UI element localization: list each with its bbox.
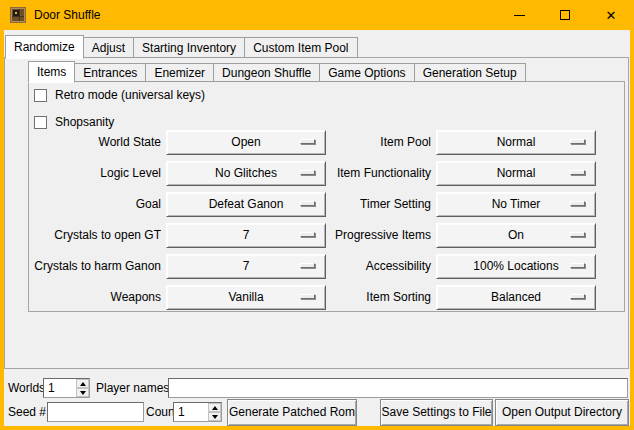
window-title: Door Shuffle	[34, 8, 101, 22]
goal-label: Goal	[29, 192, 161, 217]
spin-up-button[interactable]	[76, 379, 89, 388]
item-pool-label: Item Pool	[299, 130, 431, 155]
open-output-directory-button[interactable]: Open Output Directory	[495, 399, 629, 426]
logic-level-label: Logic Level	[29, 161, 161, 186]
weapons-label: Weapons	[29, 285, 161, 310]
arrow-up-icon	[80, 382, 86, 386]
retro-mode-label: Retro mode (universal keys)	[55, 88, 205, 102]
item-functionality-dropdown[interactable]: Normal	[436, 161, 596, 186]
minimize-button[interactable]	[496, 0, 542, 30]
tab-game-options[interactable]: Game Options	[319, 63, 414, 82]
spin-up-button[interactable]	[208, 403, 221, 412]
spin-down-button[interactable]	[208, 412, 221, 421]
arrow-down-icon	[212, 415, 218, 419]
retro-mode-option: Retro mode (universal keys)	[34, 88, 205, 102]
dropdown-indicator-icon	[570, 232, 585, 237]
crystals-gt-label: Crystals to open GT	[29, 223, 161, 248]
tab-generation-setup[interactable]: Generation Setup	[414, 63, 526, 82]
timer-setting-label: Timer Setting	[299, 192, 431, 217]
worlds-spinbox[interactable]: 1	[43, 378, 90, 398]
tab-enemizer[interactable]: Enemizer	[145, 63, 214, 82]
timer-setting-dropdown[interactable]: No Timer	[436, 192, 596, 217]
progressive-items-label: Progressive Items	[299, 223, 431, 248]
retro-mode-checkbox[interactable]	[34, 89, 47, 102]
dropdown-indicator-icon	[570, 139, 585, 144]
main-tab-bar: Randomize Adjust Starting Inventory Cust…	[5, 33, 357, 58]
tab-randomize[interactable]: Randomize	[5, 35, 84, 59]
count-spinner	[208, 403, 221, 421]
tab-dungeon-shuffle[interactable]: Dungeon Shuffle	[213, 63, 320, 82]
dropdown-indicator-icon	[570, 201, 585, 206]
tab-entrances[interactable]: Entrances	[74, 63, 146, 82]
worlds-label: Worlds	[8, 378, 45, 398]
tab-items[interactable]: Items	[28, 61, 75, 83]
tab-adjust[interactable]: Adjust	[83, 37, 134, 58]
item-sorting-dropdown[interactable]: Balanced	[436, 285, 596, 310]
seed-input[interactable]	[47, 402, 144, 422]
save-settings-button[interactable]: Save Settings to File	[380, 399, 493, 426]
dropdown-indicator-icon	[570, 263, 585, 268]
crystals-ganon-label: Crystals to harm Ganon	[29, 254, 161, 279]
seed-label: Seed #	[8, 402, 46, 422]
shopsanity-checkbox[interactable]	[34, 116, 47, 129]
accessibility-label: Accessibility	[299, 254, 431, 279]
worlds-value: 1	[48, 379, 55, 397]
arrow-up-icon	[212, 406, 218, 410]
maximize-button[interactable]	[542, 0, 588, 30]
door-icon	[10, 7, 26, 23]
count-value: 1	[178, 403, 185, 421]
window-body: Randomize Adjust Starting Inventory Cust…	[4, 30, 630, 426]
close-icon: ✕	[606, 9, 617, 22]
items-tab-panel: Retro mode (universal keys) Shopsanity W…	[28, 81, 625, 312]
minimize-icon	[514, 15, 525, 16]
window-controls: ✕	[496, 0, 634, 30]
world-state-label: World State	[29, 130, 161, 155]
title-bar: Door Shuffle ✕	[0, 0, 634, 30]
dropdown-indicator-icon	[570, 170, 585, 175]
progressive-items-dropdown[interactable]: On	[436, 223, 596, 248]
tab-starting-inventory[interactable]: Starting Inventory	[133, 37, 245, 58]
item-functionality-label: Item Functionality	[299, 161, 431, 186]
arrow-down-icon	[80, 391, 86, 395]
worlds-spinner	[76, 379, 89, 397]
player-names-input[interactable]	[168, 378, 628, 398]
count-spinbox[interactable]: 1	[173, 402, 222, 422]
close-button[interactable]: ✕	[588, 0, 634, 30]
door-shuffle-window: { "colors": { "titlebar_accent": "#ffb90…	[0, 0, 634, 430]
shopsanity-label: Shopsanity	[55, 115, 114, 129]
sub-tab-bar: Items Entrances Enemizer Dungeon Shuffle…	[28, 60, 525, 82]
tab-custom-item-pool[interactable]: Custom Item Pool	[244, 37, 357, 58]
dropdown-indicator-icon	[570, 294, 585, 299]
item-pool-dropdown[interactable]: Normal	[436, 130, 596, 155]
player-names-label: Player names	[96, 378, 169, 398]
generate-patched-rom-button[interactable]: Generate Patched Rom	[227, 399, 357, 426]
accessibility-dropdown[interactable]: 100% Locations	[436, 254, 596, 279]
maximize-icon	[560, 10, 570, 20]
item-sorting-label: Item Sorting	[299, 285, 431, 310]
shopsanity-option: Shopsanity	[34, 115, 114, 129]
spin-down-button[interactable]	[76, 388, 89, 397]
